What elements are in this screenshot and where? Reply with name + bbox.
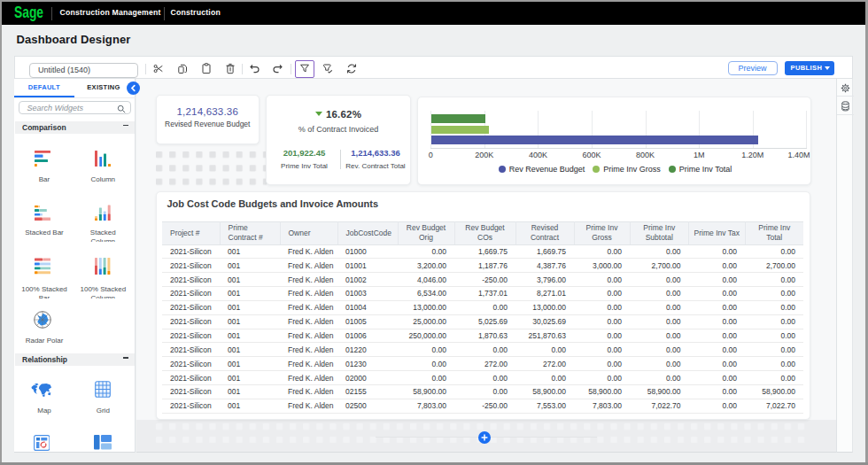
svg-text:Sage: Sage <box>14 4 43 21</box>
